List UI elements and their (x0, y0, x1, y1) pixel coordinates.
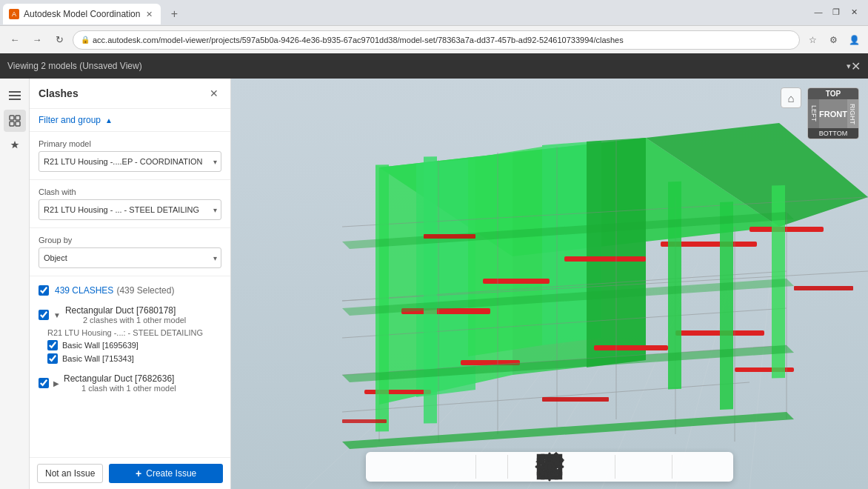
group-by-section: Group by Object (30, 228, 230, 276)
active-tab[interactable]: A Autodesk Model Coordination ✕ (3, 4, 161, 24)
url-bar[interactable]: 🔒 acc.autodesk.com/model-viewer/projects… (73, 30, 800, 50)
bookmark-btn[interactable]: ☆ (804, 32, 821, 48)
svg-rect-31 (364, 390, 431, 394)
clashes-panel: Clashes ✕ Filter and group ▲ Primary mod… (30, 79, 231, 489)
create-issue-btn[interactable]: + Create Issue (109, 464, 223, 483)
lock-icon: 🔒 (81, 36, 90, 44)
app-bar-close-btn[interactable]: ✕ (851, 59, 861, 73)
new-tab-btn[interactable]: + (164, 4, 184, 24)
toolbar-settings (674, 455, 729, 479)
clash-secondary-label-1: R21 LTU Housing -...: - STEEL DETAILING (39, 327, 221, 339)
refresh-btn[interactable]: ↻ (50, 31, 68, 49)
clash-with-label: Clash with (39, 187, 221, 196)
clash-group-1-arrow[interactable]: ▼ (53, 311, 61, 319)
browser-chrome: A Autodesk Model Coordination ✕ + — ❐ ✕ … (0, 0, 868, 53)
svg-rect-25 (564, 256, 646, 262)
extensions-btn[interactable]: ⚙ (825, 32, 841, 48)
svg-marker-22 (468, 147, 542, 356)
clash-with-select[interactable]: R21 LTU Housing - ... - STEEL DETAILING (39, 199, 221, 220)
url-text: acc.autodesk.com/model-viewer/projects/5… (93, 36, 624, 44)
sub-item-2-name: Basic Wall [715343] (62, 354, 134, 363)
primary-model-section: Primary model R21 LTU Housing -....EP - … (30, 132, 230, 180)
minimize-btn[interactable]: — (810, 4, 827, 20)
profile-btn[interactable]: 👤 (846, 32, 862, 48)
sub-item-1-checkbox[interactable] (47, 340, 58, 350)
svg-rect-4 (16, 116, 20, 120)
sidebar-icon-models[interactable] (4, 110, 26, 132)
svg-rect-58 (542, 397, 609, 402)
panel-close-btn[interactable]: ✕ (207, 86, 221, 101)
close-btn[interactable]: ✕ (846, 4, 862, 20)
select-all-checkbox[interactable] (39, 285, 49, 296)
view-cube-top: TOP (808, 88, 858, 99)
group-by-select[interactable]: Object (39, 247, 221, 268)
svg-rect-1 (9, 95, 21, 96)
view-cube-right: RIGHT (849, 104, 856, 124)
sub-item-1-name: Basic Wall [1695639] (62, 341, 138, 350)
filter-group-btn[interactable]: Filter and group ▲ (30, 109, 230, 132)
primary-model-select[interactable]: R21 LTU Housing -....EP - COORDINATION (39, 151, 221, 172)
filter-arrow-icon: ▲ (105, 116, 113, 124)
window-controls: — ❐ ✕ (810, 4, 862, 20)
clash-group-2-name: Rectangular Duct [7682636] (64, 373, 176, 384)
svg-rect-5 (10, 122, 14, 126)
view-cube-front[interactable]: FRONT (819, 99, 847, 128)
clash-group-2-header[interactable]: ▶ Rectangular Duct [7682636] 1 clash wit… (39, 371, 221, 395)
building-svg (231, 79, 868, 489)
svg-rect-51 (424, 156, 437, 423)
svg-rect-59 (342, 419, 387, 423)
primary-model-select-wrapper[interactable]: R21 LTU Housing -....EP - COORDINATION (39, 151, 221, 172)
sub-item-2-checkbox[interactable] (47, 353, 58, 364)
filter-label: Filter and group (39, 115, 101, 125)
svg-rect-2 (9, 99, 21, 100)
clash-group-2-arrow[interactable]: ▶ (53, 379, 59, 387)
address-bar: ← → ↻ 🔒 acc.autodesk.com/model-viewer/pr… (0, 25, 868, 53)
forward-btn[interactable]: → (28, 31, 46, 49)
view-cube[interactable]: TOP LEFT FRONT RIGHT BOTTOM (807, 87, 859, 139)
home-btn[interactable]: ⌂ (781, 87, 801, 108)
tab-close-btn[interactable]: ✕ (143, 8, 155, 20)
sidebar-icon-clashes[interactable] (4, 135, 26, 157)
clash-group-2-checkbox[interactable] (39, 378, 49, 388)
not-an-issue-btn[interactable]: Not an Issue (37, 464, 103, 483)
create-issue-label: Create Issue (146, 468, 196, 479)
svg-rect-0 (9, 91, 21, 93)
clashes-count: 439 CLASHES (55, 285, 113, 296)
svg-rect-56 (424, 234, 475, 239)
3d-viewer[interactable]: ⌂ TOP LEFT FRONT RIGHT BOTTOM (231, 79, 868, 489)
sidebar-icons (0, 79, 30, 489)
tab-title: Autodesk Model Coordination (24, 9, 140, 19)
app-bar: Viewing 2 models (Unsaved View) ▾ ✕ (0, 53, 868, 79)
view-cube-left: LEFT (810, 105, 818, 122)
svg-rect-6 (16, 122, 20, 126)
clash-group-1-sub: 2 clashes with 1 other model (83, 316, 186, 325)
viewing-label: Viewing 2 models (Unsaved View) (7, 61, 845, 71)
svg-rect-24 (483, 279, 550, 284)
group-by-select-wrapper[interactable]: Object (39, 247, 221, 268)
tab-favicon: A (9, 9, 19, 19)
sidebar-icon-menu[interactable] (4, 84, 26, 107)
clashes-selected: (439 Selected) (116, 285, 174, 296)
clash-with-select-wrapper[interactable]: R21 LTU Housing - ... - STEEL DETAILING (39, 199, 221, 220)
clash-group-1-name: Rectangular Duct [7680178] (65, 305, 186, 316)
back-btn[interactable]: ← (6, 31, 24, 49)
clash-group-1-checkbox[interactable] (39, 310, 49, 320)
svg-rect-48 (720, 202, 733, 410)
clashes-list-header: 439 CLASHES (439 Selected) (30, 281, 230, 300)
svg-rect-50 (375, 164, 389, 431)
clash-sub-item-2: Basic Wall [715343] (39, 352, 221, 365)
fullscreen-btn[interactable] (702, 455, 726, 479)
restore-btn[interactable]: ❐ (828, 4, 844, 20)
clash-group-1: ▼ Rectangular Duct [7680178] 2 clashes w… (30, 300, 230, 368)
panel-bottom: Not an Issue + Create Issue (30, 457, 230, 489)
primary-model-label: Primary model (39, 139, 221, 148)
create-issue-plus-icon: + (136, 468, 141, 479)
clash-group-2-sub: 1 clash with 1 other model (81, 384, 176, 393)
panel-title: Clashes (39, 87, 207, 99)
panel-header: Clashes ✕ (30, 79, 230, 109)
clash-sub-item-1: Basic Wall [1695639] (39, 339, 221, 352)
clashes-list: 439 CLASHES (439 Selected) ▼ Rectangular… (30, 276, 230, 457)
svg-rect-57 (794, 286, 853, 290)
tab-bar: A Autodesk Model Coordination ✕ + — ❐ ✕ (0, 0, 868, 25)
clash-group-1-header[interactable]: ▼ Rectangular Duct [7680178] 2 clashes w… (39, 303, 221, 327)
